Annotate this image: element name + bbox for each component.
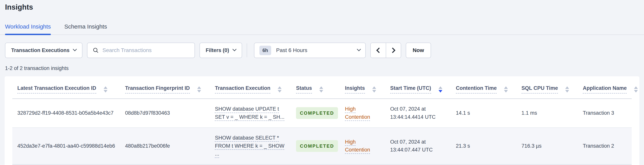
tab-schema-insights[interactable]: Schema Insights [64, 23, 107, 35]
column-header-sql-cpu-time: SQL CPU Time [516, 76, 578, 99]
cell-transaction-execution: SHOW database UPDATE t SET v = _ WHERE k… [210, 99, 291, 128]
tab-bar: Workload Insights Schema Insights [0, 23, 644, 35]
search-icon [92, 47, 99, 54]
cell-execution-id: 328729d2-ff19-4408-8531-b05a5b4e43c7 [12, 99, 120, 128]
contention-time-value: 21.3 s [456, 143, 470, 149]
column-header-label[interactable]: Start Time (UTC) [390, 85, 431, 93]
cell-sql-cpu-time: 1.1 ms [516, 99, 578, 128]
column-header-application-name: Application Name [578, 76, 632, 99]
execution-id-value: 452da3e7-e7fa-4801-aa40-c59988d14eb6 [17, 143, 115, 149]
column-header-label[interactable]: SQL CPU Time [522, 85, 558, 93]
cell-transaction-execution: SHOW database SELECT * FROM t WHERE k = … [210, 128, 291, 164]
transaction-insights-table: Latest Transaction Execution ID Transact… [12, 76, 632, 164]
cell-application-name: Transaction 3 [578, 99, 632, 128]
page-title: Insights [5, 3, 644, 11]
status-badge: COMPLETED [296, 107, 338, 119]
column-header-label[interactable]: Transaction Fingerprint ID [125, 85, 190, 93]
sort-icon[interactable] [319, 86, 323, 93]
results-count: 1-2 of 2 transaction insights [5, 65, 639, 71]
now-button[interactable]: Now [406, 43, 431, 58]
high-contention-link[interactable]: High Contention [345, 139, 370, 153]
sort-icon-active-desc[interactable] [438, 86, 442, 93]
cell-application-name: Transaction 2 [578, 128, 632, 164]
column-header-status: Status [291, 76, 340, 99]
previous-time-range-button[interactable] [371, 43, 386, 58]
sort-icon[interactable] [104, 86, 108, 93]
start-time-value: Oct 07, 2024 at 13:44:07.447 UTC [390, 139, 433, 153]
contention-time-value: 14.1 s [456, 110, 470, 116]
cell-fingerprint-id: 08d8b7d97f830463 [120, 99, 210, 128]
toolbar: Transaction Executions Filters (0) 6h Pa… [5, 43, 639, 58]
fingerprint-id-value: 480a8b217be006fe [125, 143, 170, 149]
cell-contention-time: 21.3 s [451, 128, 516, 164]
cell-contention-time: 14.1 s [451, 99, 516, 128]
fingerprint-id-value: 08d8b7d97f830463 [125, 110, 170, 116]
start-time-value: Oct 07, 2024 at 13:44:14.4414 UTC [390, 106, 436, 120]
chevron-left-icon [376, 48, 382, 53]
column-header-latest-transaction-execution-id: Latest Transaction Execution ID [12, 76, 120, 99]
cell-sql-cpu-time: 716.3 µs [516, 128, 578, 164]
sort-icon[interactable] [197, 86, 201, 93]
sort-icon[interactable] [565, 86, 569, 93]
toolbar-divider [247, 43, 247, 57]
cell-insights: High Contention [340, 99, 385, 128]
time-range-badge: 6h [260, 46, 271, 55]
cell-insights: High Contention [340, 128, 385, 164]
search-input[interactable] [102, 47, 190, 53]
chevron-right-icon [390, 48, 395, 53]
chevron-down-icon [73, 47, 77, 51]
column-header-label[interactable]: Latest Transaction Execution ID [17, 85, 96, 93]
column-header-transaction-fingerprint-id: Transaction Fingerprint ID [120, 76, 210, 99]
status-badge: COMPLETED [296, 140, 338, 152]
column-header-label[interactable]: Contention Time [456, 85, 497, 93]
time-range-label: Past 6 Hours [276, 47, 352, 53]
time-range-dropdown[interactable]: 6h Past 6 Hours [254, 43, 366, 58]
cell-status: COMPLETED [291, 99, 340, 128]
column-header-label[interactable]: Transaction Execution [215, 85, 270, 93]
column-header-label[interactable]: Insights [345, 85, 365, 93]
sql-cpu-time-value: 716.3 µs [522, 143, 542, 149]
insights-table-card: Latest Transaction Execution ID Transact… [4, 76, 640, 165]
sort-icon[interactable] [372, 86, 376, 93]
filters-button[interactable]: Filters (0) [200, 43, 242, 58]
execution-type-dropdown[interactable]: Transaction Executions [5, 43, 82, 58]
time-range-pager [370, 43, 401, 58]
cell-start-time: Oct 07, 2024 at 13:44:14.4414 UTC [385, 99, 451, 128]
sort-icon[interactable] [504, 86, 508, 93]
table-row: 328729d2-ff19-4408-8531-b05a5b4e43c7 08d… [12, 99, 632, 128]
column-header-contention-time: Contention Time [451, 76, 516, 99]
application-name-value: Transaction 2 [583, 143, 614, 149]
cell-fingerprint-id: 480a8b217be006fe [120, 128, 210, 164]
chevron-down-icon [357, 47, 361, 51]
column-header-insights: Insights [340, 76, 385, 99]
column-header-label[interactable]: Status [296, 85, 312, 93]
column-header-start-time: Start Time (UTC) [385, 76, 451, 99]
next-time-range-button[interactable] [386, 43, 401, 58]
high-contention-link[interactable]: High Contention [345, 106, 370, 120]
table-row: 452da3e7-e7fa-4801-aa40-c59988d14eb6 480… [12, 128, 632, 164]
sort-icon[interactable] [634, 86, 638, 93]
cell-start-time: Oct 07, 2024 at 13:44:07.447 UTC [385, 128, 451, 164]
execution-id-value: 328729d2-ff19-4408-8531-b05a5b4e43c7 [17, 110, 114, 116]
transaction-execution-link[interactable]: SHOW database SELECT * FROM t WHERE k = … [215, 135, 284, 157]
tab-workload-insights[interactable]: Workload Insights [5, 23, 51, 35]
sort-icon[interactable] [278, 86, 282, 93]
sql-cpu-time-value: 1.1 ms [522, 110, 537, 116]
execution-type-dropdown-label: Transaction Executions [11, 47, 70, 53]
filters-button-label: Filters (0) [206, 47, 229, 53]
cell-execution-id: 452da3e7-e7fa-4801-aa40-c59988d14eb6 [12, 128, 120, 164]
search-box [87, 43, 195, 58]
chevron-down-icon [232, 47, 236, 51]
column-header-transaction-execution: Transaction Execution [210, 76, 291, 99]
transaction-execution-link[interactable]: SHOW database UPDATE t SET v = _ WHERE k… [215, 106, 284, 120]
application-name-value: Transaction 3 [583, 110, 614, 116]
table-header-row: Latest Transaction Execution ID Transact… [12, 76, 632, 99]
column-header-label[interactable]: Application Name [583, 85, 627, 93]
cell-status: COMPLETED [291, 128, 340, 164]
